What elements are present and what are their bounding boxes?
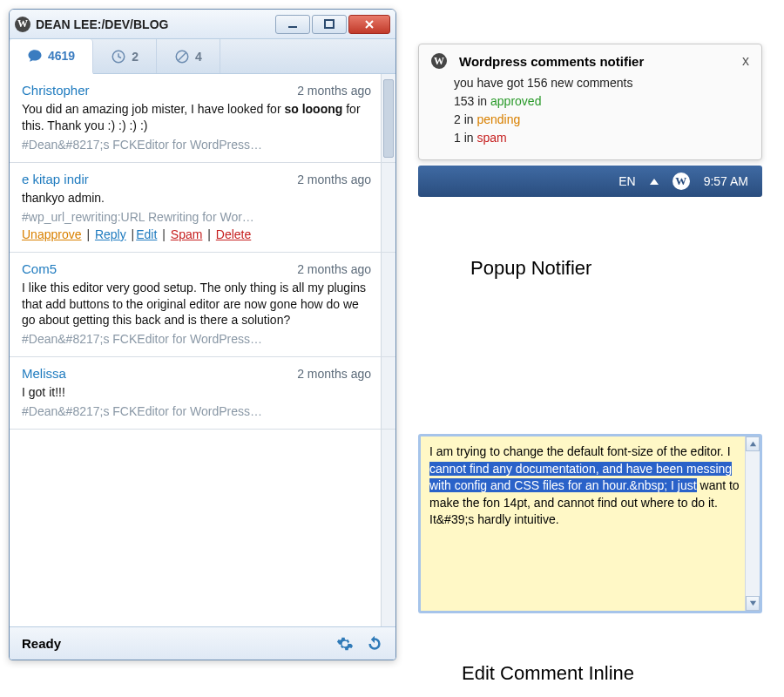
popup-notifier: W Wordpress comments notifier x you have… bbox=[418, 44, 762, 160]
tray-wordpress-icon[interactable]: W bbox=[672, 173, 690, 190]
comment-time: 2 months ago bbox=[297, 84, 371, 98]
comment-body: I like this editor very good setup. The … bbox=[22, 280, 371, 329]
comment-item[interactable]: Melissa 2 months ago I got it!!! #Dean&#… bbox=[10, 357, 395, 430]
status-text: Ready bbox=[22, 636, 336, 651]
inline-edit-textarea[interactable]: I am trying to change the default font-s… bbox=[421, 436, 760, 611]
action-edit[interactable]: Edit bbox=[136, 227, 157, 241]
comment-author[interactable]: e kitap indir bbox=[22, 172, 89, 186]
clock-icon bbox=[111, 49, 126, 64]
notifier-title: Wordpress comments notifier bbox=[459, 54, 735, 69]
action-spam[interactable]: Spam bbox=[171, 227, 203, 241]
wordpress-logo-icon: W bbox=[15, 17, 30, 32]
popup-notifier-group: W Wordpress comments notifier x you have… bbox=[418, 44, 762, 197]
titlebar: W DEAN LEE:/DEV/BLOG bbox=[10, 10, 395, 39]
taskbar-clock: 9:57 AM bbox=[704, 174, 748, 188]
tab-pending-count: 2 bbox=[132, 50, 139, 64]
comment-tag: #Dean&#8217;s FCKEditor for WordPress… bbox=[22, 138, 371, 152]
comment-item[interactable]: Com5 2 months ago I like this editor ver… bbox=[10, 253, 395, 358]
notifier-close-button[interactable]: x bbox=[742, 53, 749, 69]
notifier-approved-link[interactable]: approved bbox=[490, 94, 541, 108]
inline-edit-panel: I am trying to change the default font-s… bbox=[418, 434, 762, 613]
notifier-spam-link[interactable]: spam bbox=[476, 131, 506, 145]
wordpress-logo-icon: W bbox=[431, 53, 447, 69]
scroll-down-button[interactable] bbox=[746, 596, 760, 611]
comment-item[interactable]: e kitap indir 2 months ago thankyo admin… bbox=[10, 163, 395, 253]
svg-rect-0 bbox=[288, 26, 297, 28]
comment-actions: Unapprove | Reply |Edit | Spam | Delete bbox=[22, 227, 371, 241]
comment-author[interactable]: Melissa bbox=[22, 366, 66, 381]
tray-expand-icon[interactable] bbox=[650, 179, 659, 185]
selected-text: cannot find any documentation, and have … bbox=[429, 462, 732, 493]
taskbar: EN W 9:57 AM bbox=[418, 166, 762, 197]
comment-tag: #Dean&#8217;s FCKEditor for WordPress… bbox=[22, 404, 371, 418]
action-delete[interactable]: Delete bbox=[216, 227, 251, 241]
action-reply[interactable]: Reply bbox=[95, 227, 126, 241]
svg-line-4 bbox=[178, 52, 186, 60]
tab-pending[interactable]: 2 bbox=[93, 39, 157, 73]
comment-bubble-icon bbox=[27, 48, 43, 64]
taskbar-lang[interactable]: EN bbox=[618, 174, 635, 188]
minimize-button[interactable] bbox=[275, 15, 310, 34]
tab-spam[interactable]: 4 bbox=[157, 39, 220, 73]
notifier-body: you have got 156 new comments 153 in app… bbox=[431, 74, 749, 147]
comment-body: You did an amazing job mister, I have lo… bbox=[22, 101, 371, 134]
status-bar: Ready bbox=[10, 626, 395, 660]
close-button[interactable] bbox=[348, 15, 390, 34]
window-title: DEAN LEE:/DEV/BLOG bbox=[36, 17, 275, 31]
scroll-up-button[interactable] bbox=[746, 436, 760, 451]
caption-popup-notifier: Popup Notifier bbox=[470, 257, 591, 280]
comment-list[interactable]: Christopher 2 months ago You did an amaz… bbox=[10, 74, 395, 626]
comment-tag: #Dean&#8217;s FCKEditor for WordPress… bbox=[22, 332, 371, 346]
caption-edit-inline: Edit Comment Inline bbox=[462, 662, 634, 685]
tab-approved[interactable]: 4619 bbox=[10, 39, 93, 74]
tab-spam-count: 4 bbox=[195, 50, 202, 64]
notifier-summary: you have got 156 new comments bbox=[454, 74, 749, 92]
window-controls bbox=[275, 15, 390, 34]
block-icon bbox=[174, 49, 190, 64]
comments-notifier-window: W DEAN LEE:/DEV/BLOG 4619 2 4 bbox=[9, 9, 396, 660]
edit-scrollbar[interactable] bbox=[745, 436, 760, 611]
comment-body: thankyo admin. bbox=[22, 190, 371, 206]
comment-time: 2 months ago bbox=[297, 173, 371, 186]
comment-author[interactable]: Christopher bbox=[22, 83, 90, 98]
comment-item[interactable]: Christopher 2 months ago You did an amaz… bbox=[10, 74, 395, 163]
comment-author[interactable]: Com5 bbox=[22, 261, 57, 276]
comment-body: I got it!!! bbox=[22, 384, 371, 401]
comment-time: 2 months ago bbox=[297, 262, 371, 276]
svg-rect-1 bbox=[325, 20, 334, 28]
settings-icon[interactable] bbox=[336, 635, 354, 653]
maximize-button[interactable] bbox=[312, 15, 347, 34]
refresh-icon[interactable] bbox=[366, 635, 383, 653]
action-unapprove[interactable]: Unapprove bbox=[22, 227, 82, 241]
tab-bar: 4619 2 4 bbox=[10, 39, 395, 74]
notifier-pending-link[interactable]: pending bbox=[476, 112, 520, 126]
tab-approved-count: 4619 bbox=[48, 49, 75, 63]
comment-tag: #wp_url_rewriting:URL Rewriting for Wor… bbox=[22, 210, 371, 224]
comment-time: 2 months ago bbox=[297, 367, 371, 381]
